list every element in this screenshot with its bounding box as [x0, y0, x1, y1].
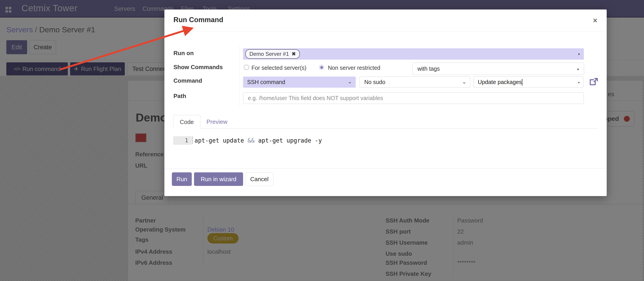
run-on-label: Run on: [174, 50, 194, 57]
run-command-modal: Run Command × Run on Show Commands Comma…: [164, 9, 607, 196]
modal-footer-divider: [164, 168, 607, 169]
screen: Cetmix Tower Servers Commands Files Tool…: [0, 0, 644, 281]
radio-non-server-restricted[interactable]: [319, 65, 324, 70]
tab-code[interactable]: Code: [173, 115, 200, 129]
close-icon[interactable]: ×: [590, 15, 601, 26]
run-in-wizard-button[interactable]: Run in wizard: [194, 172, 243, 186]
command-type-value: SSH command: [247, 79, 285, 85]
radio-non-server-restricted-label[interactable]: Non server restricted: [328, 65, 380, 71]
tags-filter-select[interactable]: with tags ▾: [412, 63, 584, 75]
modal-header-divider: [164, 31, 607, 31]
run-button[interactable]: Run: [172, 172, 192, 186]
external-link-icon[interactable]: [588, 77, 599, 87]
remove-tag-icon[interactable]: ✖: [292, 51, 296, 57]
text-cursor: [522, 79, 522, 86]
command-label: Command: [174, 77, 202, 84]
server-tag-pill[interactable]: Demo Server #1 ✖: [245, 49, 300, 59]
dropdown-caret-icon: ▾: [578, 81, 580, 84]
command-type-select[interactable]: SSH command ⌄: [243, 77, 356, 88]
show-commands-label: Show Commands: [174, 64, 223, 71]
code-line-number: 1: [173, 136, 191, 145]
modal-tabline: [173, 128, 598, 129]
code-line[interactable]: apt-get update && apt-get upgrade -y: [194, 137, 322, 144]
cancel-button[interactable]: Cancel: [245, 172, 274, 186]
path-label: Path: [174, 93, 186, 100]
tags-filter-value: with tags: [418, 65, 440, 72]
code-segment: apt-get update: [194, 137, 248, 144]
command-value: Update packages: [478, 79, 522, 85]
select-chevron-icon: ⌄: [348, 78, 352, 85]
label-column-separator: [239, 46, 240, 107]
radio-for-selected-servers[interactable]: [244, 65, 249, 70]
dropdown-caret-icon: ▾: [577, 67, 579, 71]
editor-cursor: [192, 136, 192, 144]
path-input[interactable]: [243, 92, 584, 104]
sudo-value: No sudo: [364, 79, 385, 85]
tab-preview[interactable]: Preview: [206, 118, 227, 125]
code-operator: &&: [248, 137, 254, 144]
code-segment: apt-get upgrade -y: [254, 137, 322, 144]
command-combobox[interactable]: Update packages ▾: [474, 77, 584, 88]
dropdown-caret-icon[interactable]: ▾: [578, 52, 580, 56]
server-tag-label: Demo Server #1: [250, 51, 289, 57]
run-on-field[interactable]: Demo Server #1 ✖ ▾: [243, 48, 584, 60]
select-chevron-icon: ⌄: [462, 79, 466, 85]
modal-title: Run Command: [174, 16, 223, 24]
radio-for-selected-servers-label[interactable]: For selected server(s): [252, 65, 306, 71]
sudo-select[interactable]: No sudo ⌄: [360, 77, 470, 88]
